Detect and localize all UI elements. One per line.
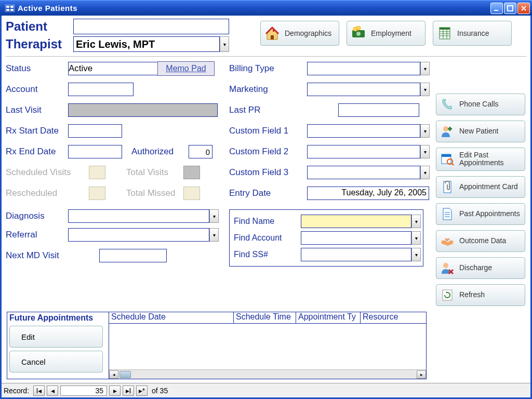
last-pr-input[interactable] — [338, 103, 419, 117]
refresh-icon — [441, 288, 454, 302]
custom3-combo[interactable] — [307, 166, 420, 179]
entry-date-label: Entry Date — [229, 188, 307, 198]
patient-label: Patient — [6, 19, 73, 34]
find-ss-combo[interactable] — [301, 248, 411, 261]
new-record-button[interactable]: ▸* — [136, 385, 148, 396]
custom1-label: Custom Field 1 — [229, 126, 307, 136]
memo-pad-button[interactable]: Memo Pad — [157, 61, 215, 76]
account-input[interactable] — [68, 83, 134, 96]
custom1-combo[interactable] — [307, 124, 420, 138]
billing-type-label: Billing Type — [229, 63, 307, 74]
rescheduled-input — [89, 187, 105, 200]
total-missed-input — [183, 187, 200, 200]
col-schedule-date[interactable]: Schedule Date — [109, 312, 234, 324]
past-appts-label: Past Appointments — [459, 210, 520, 218]
marketing-label: Marketing — [229, 84, 307, 95]
appointment-card-button[interactable]: Appointment Card — [436, 176, 525, 198]
authorized-input[interactable] — [189, 145, 212, 158]
col-appt-type[interactable]: Appointment Ty — [296, 312, 361, 324]
custom2-dropdown-button[interactable]: ▾ — [420, 145, 430, 158]
last-record-button[interactable]: ▸I — [123, 385, 134, 396]
find-name-dropdown-button[interactable]: ▾ — [411, 215, 421, 228]
next-md-input[interactable] — [99, 249, 167, 262]
titlebar: Active Patients — [0, 0, 532, 16]
referral-label: Referral — [6, 230, 68, 240]
therapist-input[interactable] — [73, 36, 220, 52]
phone-calls-button[interactable]: Phone Calls — [436, 94, 525, 115]
find-name-combo[interactable] — [301, 215, 411, 228]
appointment-card-label: Appointment Card — [459, 183, 518, 191]
custom3-dropdown-button[interactable]: ▾ — [420, 166, 430, 179]
referral-dropdown-button[interactable]: ▾ — [209, 228, 219, 242]
custom1-dropdown-button[interactable]: ▾ — [420, 124, 430, 138]
rx-end-input[interactable] — [68, 145, 122, 158]
phone-icon — [441, 98, 454, 111]
find-ss-dropdown-button[interactable]: ▾ — [411, 248, 421, 261]
total-visits-label: Total Visits — [126, 167, 183, 178]
patient-input[interactable] — [73, 19, 229, 34]
account-label: Account — [6, 84, 68, 95]
demographics-label: Demographics — [285, 29, 331, 37]
svg-rect-3 — [6, 9, 9, 11]
svg-line-24 — [452, 164, 454, 165]
col-resource[interactable]: Resource — [361, 312, 426, 324]
svg-rect-5 — [494, 10, 498, 11]
scroll-left-button[interactable]: ◂ — [109, 370, 118, 379]
record-navigator: Record: I◂ ◂ ▸ ▸I ▸* of 35 — [2, 383, 530, 397]
first-record-button[interactable]: I◂ — [33, 385, 45, 396]
rx-end-label: Rx End Date — [6, 147, 68, 157]
diagnosis-combo[interactable] — [68, 209, 209, 223]
next-record-button[interactable]: ▸ — [109, 385, 121, 396]
refresh-button[interactable]: Refresh — [436, 284, 525, 306]
marketing-dropdown-button[interactable]: ▾ — [420, 83, 430, 96]
horizontal-scrollbar[interactable]: ◂ ▸ — [109, 369, 426, 379]
discharge-button[interactable]: Discharge — [436, 257, 525, 279]
calendar-search-icon — [441, 152, 454, 166]
minimize-button[interactable] — [490, 3, 503, 14]
find-ss-label: Find SS# — [234, 250, 301, 259]
therapist-dropdown-button[interactable]: ▾ — [220, 36, 229, 52]
employment-label: Employment — [371, 29, 411, 37]
rx-start-input[interactable] — [68, 124, 122, 138]
future-edit-button[interactable]: Edit — [9, 326, 103, 348]
diagnosis-dropdown-button[interactable]: ▾ — [209, 209, 219, 223]
scroll-thumb[interactable] — [119, 371, 131, 378]
last-pr-label: Last PR — [229, 105, 307, 115]
future-cancel-button[interactable]: Cancel — [9, 351, 103, 373]
svg-point-20 — [443, 126, 448, 131]
find-account-combo[interactable] — [301, 231, 411, 245]
demographics-button[interactable]: Demographics — [260, 21, 339, 46]
insurance-button[interactable]: Insurance — [433, 21, 512, 46]
col-schedule-time[interactable]: Schedule Time — [234, 312, 296, 324]
past-appts-button[interactable]: Past Appointments — [436, 203, 525, 225]
maximize-button[interactable] — [504, 3, 516, 14]
find-account-dropdown-button[interactable]: ▾ — [411, 231, 421, 245]
billing-type-dropdown-button[interactable]: ▾ — [420, 62, 430, 75]
new-patient-label: New Patient — [459, 127, 498, 135]
last-visit-input — [68, 103, 218, 117]
svg-rect-8 — [273, 29, 274, 32]
scroll-right-button[interactable]: ▸ — [417, 370, 426, 379]
future-grid-body — [109, 324, 426, 369]
spreadsheet-icon — [437, 26, 452, 41]
edit-past-appts-label: Edit Past Appointments — [459, 151, 521, 167]
close-button[interactable] — [517, 3, 530, 14]
handshake-icon — [441, 234, 454, 248]
divider — [6, 56, 526, 57]
prev-record-button[interactable]: ◂ — [47, 385, 58, 396]
billing-type-combo[interactable] — [307, 62, 420, 75]
employment-button[interactable]: Employment — [347, 21, 425, 46]
custom2-combo[interactable] — [307, 145, 420, 158]
find-account-label: Find Account — [234, 233, 301, 243]
money-icon — [351, 26, 366, 41]
outcome-data-button[interactable]: Outcome Data — [436, 230, 525, 252]
authorized-label: Authorized — [131, 147, 189, 157]
edit-past-appts-button[interactable]: Edit Past Appointments — [436, 148, 525, 171]
new-patient-button[interactable]: New Patient — [436, 121, 525, 142]
future-cancel-label: Cancel — [21, 357, 46, 366]
record-number-input[interactable] — [60, 385, 107, 396]
marketing-combo[interactable] — [307, 83, 420, 96]
svg-rect-22 — [442, 154, 451, 157]
referral-combo[interactable] — [68, 228, 209, 242]
window-title: Active Patients — [18, 4, 77, 12]
